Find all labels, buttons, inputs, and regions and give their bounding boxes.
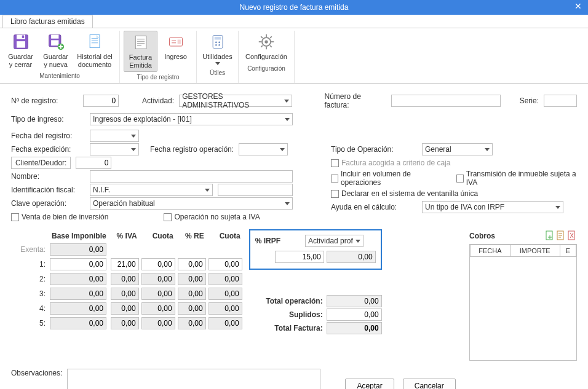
factura-emitida-button[interactable]: Factura Emitida (124, 31, 157, 72)
idfiscal-value[interactable] (218, 184, 293, 196)
svg-line-28 (270, 36, 272, 38)
grid-cell[interactable] (178, 258, 206, 270)
tipo-op-label: Tipo de Operación: (331, 145, 417, 154)
grid-cell[interactable] (50, 258, 106, 270)
cliente-input[interactable] (76, 157, 111, 169)
close-button[interactable]: ✕ (574, 1, 582, 11)
factura-label: Factura Emitida (129, 53, 152, 69)
declarar-vent-check[interactable]: Declarar en el sistema de ventanilla úni… (331, 189, 478, 198)
actividad-select[interactable]: GESTORES ADMINISTRATIVOS (179, 95, 292, 107)
svg-point-18 (218, 44, 220, 46)
save-close-button[interactable]: Guardar y cerrar (4, 31, 38, 71)
grid-header: Cuota (141, 230, 176, 242)
baseimp-table: Base Imponible% IVACuota% RECuota Exenta… (11, 229, 244, 331)
svg-point-15 (215, 42, 217, 44)
serie-input[interactable] (544, 95, 577, 107)
group-config: Configuración (247, 63, 285, 72)
save-new-label: Guardar y nueva (43, 53, 68, 68)
grid-cell (50, 288, 106, 300)
op-no-sujeta-check[interactable]: Operación no sujeta a IVA (164, 213, 260, 221)
idfiscal-select[interactable]: N.I.F. (90, 184, 213, 196)
cancelar-button[interactable]: Cancelar (403, 379, 456, 389)
grid-cell (111, 273, 139, 285)
irpf-amount (327, 251, 376, 263)
svg-point-16 (218, 42, 220, 44)
grid-cell (50, 302, 106, 315)
numfact-input[interactable] (391, 95, 501, 107)
nreg-input[interactable] (83, 95, 119, 107)
aceptar-button[interactable]: Aceptar (345, 379, 394, 389)
group-mantenimiento: Mantenimiento (39, 71, 80, 79)
tipo-op-select[interactable]: General (422, 143, 493, 155)
ingreso-button[interactable]: Ingreso (159, 31, 193, 72)
grid-header (12, 230, 48, 242)
idfiscal-label: Identificación fiscal: (11, 186, 85, 194)
nombre-input[interactable] (90, 170, 293, 183)
grid-cell (209, 273, 242, 285)
total-fact-label: Total Factura: (249, 324, 323, 332)
save-new-button[interactable]: Guardar y nueva (39, 31, 73, 71)
grid-cell[interactable] (111, 258, 139, 270)
grid-cell (50, 273, 106, 285)
historial-button[interactable]: Historial del documento (74, 31, 116, 71)
venta-bien-check[interactable]: Venta de bien de inversión (11, 213, 108, 221)
grid-cell (178, 302, 206, 315)
cobros-col-e[interactable]: E (560, 245, 576, 257)
cobros-edit-icon[interactable] (556, 230, 566, 242)
numfact-label: Número de factura: (325, 92, 386, 109)
grid-cell (209, 288, 242, 300)
grid-cell (209, 302, 242, 315)
fecha-exp-input[interactable] (90, 143, 139, 155)
row-label: 4: (12, 302, 48, 315)
grid-cell[interactable] (209, 258, 242, 270)
grid-cell (141, 302, 175, 315)
fecha-reg-op-input[interactable] (239, 143, 288, 155)
grid-cell (178, 273, 206, 285)
save-icon (12, 33, 30, 50)
grid-cell (111, 302, 139, 315)
total-op-label: Total operación: (249, 297, 323, 305)
utilidades-button[interactable]: Utilidades (201, 31, 234, 68)
row-label: Exenta: (12, 243, 48, 256)
configuracion-label: Configuración (245, 53, 287, 61)
row-label: 1: (12, 257, 48, 271)
fecha-reg-op-label: Fecha registro operación: (150, 145, 234, 154)
grid-header: Cuota (208, 230, 243, 242)
ingreso-label: Ingreso (164, 53, 187, 61)
grid-cell (178, 288, 206, 300)
cobros-col-importe[interactable]: IMPORTE (510, 245, 560, 257)
incluir-vol-check[interactable]: Incluir en volumen de operaciones (331, 170, 442, 187)
row-label: 2: (12, 272, 48, 286)
cobros-delete-icon[interactable] (567, 230, 577, 242)
cobros-add-icon[interactable] (545, 230, 555, 242)
clave-label: Clave operación: (11, 199, 85, 208)
fecha-reg-input[interactable] (90, 130, 139, 142)
row-label: 5: (12, 316, 48, 330)
grid-cell (209, 317, 242, 329)
document-history-icon (86, 33, 103, 50)
suplidos-label: Suplidos: (249, 310, 323, 319)
suplidos-value[interactable] (327, 308, 382, 321)
clave-select[interactable]: Operación habitual (90, 197, 293, 210)
historial-label: Historial del documento (77, 53, 112, 68)
grid-header: % IVA (110, 230, 140, 242)
svg-rect-6 (51, 40, 58, 45)
group-utiles: Útiles (210, 68, 225, 76)
gear-icon (258, 33, 275, 50)
tipo-ingreso-select[interactable]: Ingresos de explotación - [I01] (90, 113, 293, 125)
invoice-icon (132, 34, 149, 51)
cobros-col-fecha[interactable]: FECHA (471, 245, 511, 257)
grid-cell[interactable] (141, 258, 175, 270)
irpf-activ-select[interactable]: Actividad prof (305, 235, 364, 247)
svg-line-26 (270, 45, 272, 47)
cliente-button[interactable]: Cliente/Deudor: (11, 157, 71, 169)
tab-libro-facturas[interactable]: Libro facturas emitidas (2, 15, 93, 28)
ayuda-select[interactable]: Un tipo de IVA con IRPF (422, 201, 563, 213)
trans-inmueble-check[interactable]: Transmisión de inmueble sujeta a IVA (456, 170, 577, 187)
observ-textarea[interactable] (67, 369, 320, 389)
configuracion-button[interactable]: Configuración (242, 31, 290, 63)
actividad-label: Actividad: (142, 96, 174, 105)
fact-criterio-check[interactable]: Factura acogida a criterio de caja (331, 159, 450, 167)
fecha-reg-label: Fecha del registro: (11, 132, 85, 140)
irpf-value[interactable] (275, 251, 324, 263)
